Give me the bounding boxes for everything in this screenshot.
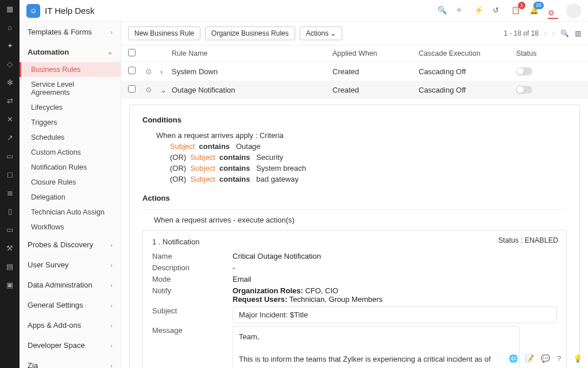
sidebar-sub-lifecycles[interactable]: Lifecycles bbox=[20, 100, 121, 115]
row-checkbox[interactable] bbox=[128, 67, 136, 74]
sidebar-item-probes[interactable]: Probes & Discovery› bbox=[20, 235, 121, 255]
table-row[interactable]: ⚙ › System Down Created Cascading Off bbox=[121, 62, 588, 80]
message-field[interactable]: Team,This is to inform the teams that Zy… bbox=[233, 326, 520, 368]
search-icon[interactable]: 🔍 bbox=[438, 6, 448, 16]
actions-button[interactable]: Actions ⌄ bbox=[300, 26, 343, 40]
settings-icon[interactable]: ⚙ bbox=[548, 9, 558, 19]
criteria-row: (OR) Subject contains System breach bbox=[142, 164, 567, 172]
rule-detail-panel: Conditions When a request arrives apply … bbox=[129, 105, 580, 368]
chevron-right-icon: › bbox=[110, 342, 113, 349]
pager-next-icon[interactable]: › bbox=[552, 29, 555, 37]
row-gear-icon[interactable]: ⚙ bbox=[145, 67, 160, 76]
sidebar-item-general[interactable]: General Settings› bbox=[20, 295, 121, 315]
expand-icon[interactable]: › bbox=[160, 67, 172, 76]
tag-icon[interactable]: ◇ bbox=[5, 59, 15, 69]
search-list-icon[interactable]: 🔍 bbox=[560, 29, 569, 37]
col-applied: Applied When bbox=[332, 49, 419, 57]
organize-rules-button[interactable]: Organize Business Rules bbox=[205, 26, 295, 40]
col-cascade: Cascade Execution bbox=[419, 49, 516, 57]
status-toggle[interactable] bbox=[516, 86, 532, 94]
chevron-down-icon: ⌄ bbox=[107, 48, 113, 56]
pager-text: 1 - 18 of 18 bbox=[504, 29, 539, 37]
bug-icon[interactable]: ✕ bbox=[5, 114, 15, 124]
user-icon[interactable]: ▯ bbox=[5, 206, 15, 216]
sidebar-sub-delegation[interactable]: Delegation bbox=[20, 190, 121, 205]
sidebar: Templates & Forms› Automation⌄ Business … bbox=[20, 0, 121, 368]
chevron-right-icon: › bbox=[110, 362, 113, 369]
sidebar-sub-closure-rules[interactable]: Closure Rules bbox=[20, 175, 121, 190]
gear2-icon[interactable]: ✻ bbox=[5, 77, 15, 87]
chevron-down-icon: ⌄ bbox=[330, 29, 336, 37]
chevron-right-icon: › bbox=[110, 302, 113, 309]
sidebar-sub-business-rules[interactable]: Business Rules bbox=[20, 62, 121, 77]
select-all-checkbox[interactable] bbox=[128, 49, 136, 56]
bell-icon[interactable]: 🔔25 bbox=[529, 6, 540, 16]
chat-icon[interactable]: 💬 bbox=[541, 354, 551, 365]
rocket-icon[interactable]: ↗ bbox=[5, 132, 15, 143]
cube-icon[interactable]: ◻ bbox=[5, 169, 15, 179]
chevron-right-icon: › bbox=[110, 262, 113, 269]
sidebar-item-survey[interactable]: User Survey› bbox=[20, 255, 121, 275]
new-business-rule-button[interactable]: New Business Rule bbox=[128, 26, 200, 40]
criteria-row: Subject contains Outage bbox=[142, 142, 567, 151]
pager-prev-icon[interactable]: ‹ bbox=[544, 29, 547, 37]
bulb-icon[interactable]: 💡 bbox=[573, 354, 583, 365]
col-status: Status bbox=[516, 49, 551, 57]
help-icon[interactable]: ? bbox=[557, 354, 567, 365]
notification-card: 1 . Notification Status : ENABLED NameCr… bbox=[142, 230, 567, 368]
sidebar-sub-custom-actions[interactable]: Custom Actions bbox=[20, 145, 121, 160]
sidebar-item-data-admin[interactable]: Data Administration› bbox=[20, 275, 121, 295]
sidebar-sub-sla[interactable]: Service Level Agreements bbox=[20, 77, 121, 100]
sidebar-item-apps[interactable]: Apps & Add-ons› bbox=[20, 315, 121, 335]
sidebar-sub-triggers[interactable]: Triggers bbox=[20, 115, 121, 130]
conditions-heading: Conditions bbox=[142, 116, 567, 124]
criteria-row: (OR) Subject contains Security bbox=[142, 153, 567, 162]
subject-field[interactable]: Major Incident: $Title bbox=[233, 306, 557, 323]
db-icon[interactable]: ≣ bbox=[5, 187, 15, 198]
table-row[interactable]: ⚙ ⌄ Outage Notification Created Cascadin… bbox=[121, 80, 588, 99]
card-icon[interactable]: ▭ bbox=[5, 224, 15, 235]
status-toggle[interactable] bbox=[516, 67, 532, 75]
col-rule-name: Rule Name bbox=[172, 49, 332, 57]
other-icon[interactable]: ▣ bbox=[5, 279, 15, 290]
panel-icon[interactable]: ▤ bbox=[5, 261, 15, 271]
sidebar-sub-tech-auto-assign[interactable]: Technician Auto Assign bbox=[20, 205, 121, 220]
sidebar-item-templates[interactable]: Templates & Forms› bbox=[20, 22, 121, 42]
criteria-row: (OR) Subject contains bad gateway bbox=[142, 175, 567, 183]
chevron-right-icon: › bbox=[110, 241, 113, 248]
topbar: ☺ IT Help Desk 🔍 ✧ ⚡ ↺ 📋1 🔔25 ⚙ bbox=[20, 0, 588, 22]
shuffle-icon[interactable]: ⇄ bbox=[5, 95, 15, 106]
row-checkbox[interactable] bbox=[128, 85, 136, 93]
sidebar-item-developer[interactable]: Developer Space› bbox=[20, 335, 121, 355]
chevron-right-icon: › bbox=[110, 322, 113, 329]
note-icon[interactable]: 📝 bbox=[525, 354, 535, 365]
app-logo-icon: ☺ bbox=[26, 4, 40, 18]
app-title: IT Help Desk bbox=[45, 6, 94, 16]
notification-number: 1 . Notification bbox=[152, 237, 557, 246]
lang-icon[interactable]: 🌐 bbox=[509, 354, 519, 365]
sidebar-sub-workflows[interactable]: Workflows bbox=[20, 220, 121, 235]
sidebar-item-automation[interactable]: Automation⌄ bbox=[20, 42, 121, 62]
sidebar-item-zia[interactable]: Zia› bbox=[20, 355, 121, 368]
bottom-toolbar: 🌐 📝 💬 ? 💡 bbox=[509, 354, 583, 365]
module-icon[interactable]: ✦ bbox=[5, 40, 15, 51]
book-icon[interactable]: ▭ bbox=[5, 151, 15, 161]
columns-icon[interactable]: ▥ bbox=[575, 29, 581, 37]
status-enabled: Status : ENABLED bbox=[498, 236, 558, 244]
when-execute-text: When a request arrives - execute action(… bbox=[142, 216, 567, 224]
bolt-icon[interactable]: ⚡ bbox=[474, 6, 485, 16]
sidebar-sub-notification-rules[interactable]: Notification Rules bbox=[20, 160, 121, 175]
collapse-icon[interactable]: ⌄ bbox=[160, 86, 172, 94]
home-icon[interactable]: ⌂ bbox=[5, 22, 15, 32]
icon-rail: ▦ ⌂ ✦ ◇ ✻ ⇄ ✕ ↗ ▭ ◻ ≣ ▯ ▭ ⚒ ▤ ▣ bbox=[0, 0, 20, 368]
chevron-right-icon: › bbox=[110, 282, 113, 289]
avatar[interactable] bbox=[566, 3, 581, 18]
history-icon[interactable]: ↺ bbox=[493, 6, 503, 16]
clipboard-icon[interactable]: 📋1 bbox=[511, 6, 521, 16]
apps-grid-icon[interactable]: ▦ bbox=[5, 3, 15, 14]
sidebar-sub-schedules[interactable]: Schedules bbox=[20, 130, 121, 145]
tool-icon[interactable]: ⚒ bbox=[5, 243, 15, 253]
spark-icon[interactable]: ✧ bbox=[456, 6, 466, 16]
when-apply-text: When a request arrives apply : Criteria bbox=[142, 131, 567, 140]
row-gear-icon[interactable]: ⚙ bbox=[145, 86, 160, 94]
